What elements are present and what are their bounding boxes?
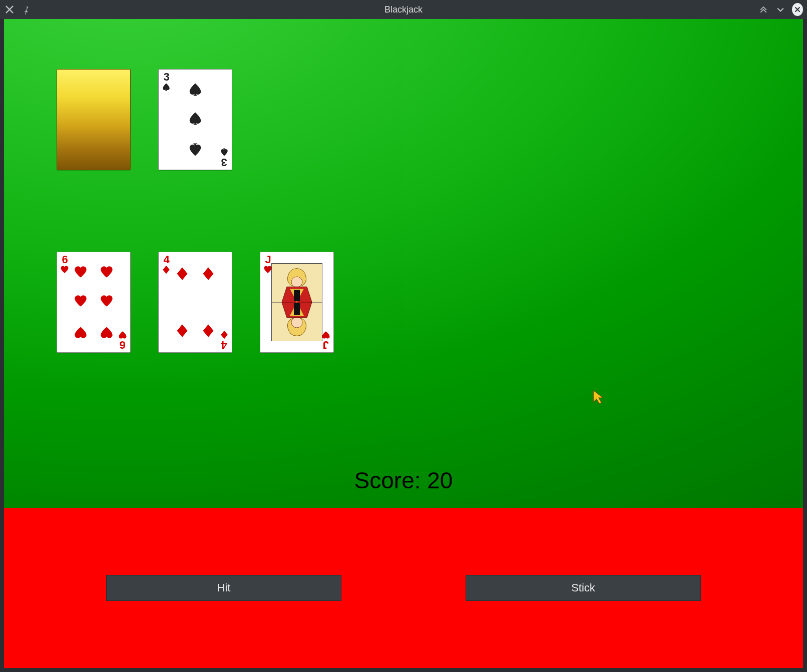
spade-icon	[220, 148, 229, 157]
card-rank: 4	[163, 254, 169, 265]
svg-rect-3	[294, 290, 300, 301]
card-rank: 4	[221, 339, 227, 350]
pin-icon[interactable]	[20, 4, 31, 15]
minimize-icon[interactable]	[775, 4, 786, 15]
heart-icon	[118, 330, 127, 339]
app-menu-icon[interactable]	[4, 4, 15, 15]
player-card: J J	[260, 252, 334, 353]
jack-face-art	[271, 263, 322, 341]
card-rank: 3	[221, 157, 227, 168]
card-rank: 6	[120, 339, 125, 350]
collapse-icon[interactable]	[758, 4, 769, 15]
stick-button[interactable]: Stick	[466, 575, 701, 601]
card-rank: 6	[62, 254, 67, 265]
spade-icon	[188, 111, 203, 128]
dealer-card-back	[57, 69, 131, 170]
player-card: 6 6	[57, 252, 131, 353]
window-title: Blackjack	[0, 5, 807, 15]
diamond-icon	[220, 330, 229, 339]
diamond-icon	[162, 265, 171, 274]
spade-icon	[162, 83, 171, 92]
svg-point-4	[291, 317, 302, 328]
spade-icon	[188, 82, 203, 99]
svg-point-2	[291, 277, 302, 287]
titlebar: Blackjack	[0, 0, 807, 19]
card-rank: 3	[163, 72, 169, 83]
app-window: Blackjack	[0, 0, 807, 672]
hit-button[interactable]: Hit	[106, 575, 341, 601]
client-area: 3 3 6	[4, 19, 803, 668]
svg-rect-5	[294, 303, 300, 315]
player-card: 4 4	[158, 252, 232, 353]
spade-icon	[188, 140, 203, 157]
close-icon	[792, 3, 803, 16]
dealer-card: 3 3	[158, 69, 232, 170]
score-label: Score:	[354, 467, 421, 493]
heart-icon	[321, 330, 330, 339]
card-rank: J	[265, 254, 270, 265]
score-value: 20	[427, 467, 453, 493]
controls-bar: Hit Stick	[4, 508, 803, 668]
close-button[interactable]	[792, 4, 803, 15]
heart-icon	[60, 265, 69, 274]
mouse-cursor-icon	[592, 389, 605, 404]
score-display: Score: 20	[354, 467, 453, 494]
card-rank: J	[323, 339, 328, 350]
card-table: 3 3 6	[4, 19, 803, 508]
